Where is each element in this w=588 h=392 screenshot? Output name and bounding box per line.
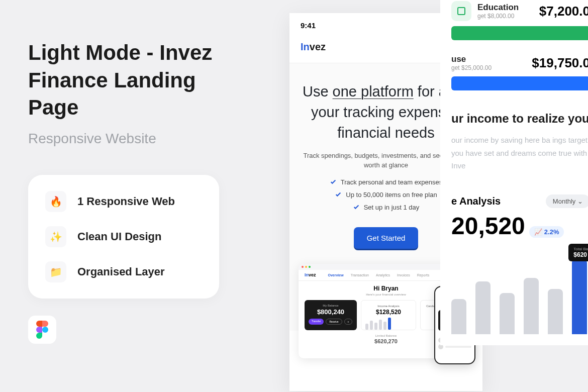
analysis-title: e Analysis	[451, 195, 501, 207]
sparkle-icon: ✨	[45, 226, 66, 247]
progress-bar	[451, 76, 588, 90]
analysis-total: 20,520	[451, 212, 525, 240]
trend-badge: 📈2.2%	[529, 226, 564, 238]
svg-rect-8	[458, 8, 465, 15]
figma-icon	[28, 316, 56, 344]
right-panel: Education get $8,000.00 $7,200.0 use get…	[440, 0, 588, 345]
chevron-down-icon: ⌄	[577, 198, 583, 205]
progress-bar	[451, 26, 588, 40]
features-card: 🔥 1 Responsive Web ✨ Clean UI Design 📁 O…	[28, 175, 219, 299]
analysis-section: e Analysis Monthly ⌄ 20,520 📈2.2% Total …	[451, 194, 588, 334]
feature-item: ✨ Clean UI Design	[45, 226, 202, 247]
feature-item: 🔥 1 Responsive Web	[45, 191, 202, 212]
feature-text: Organised Layer	[77, 265, 165, 278]
status-time: 9:41	[301, 21, 316, 30]
svg-point-0	[42, 327, 48, 333]
income-card: Income Analysis $128,520	[361, 300, 416, 330]
feature-text: 1 Responsive Web	[77, 195, 175, 208]
check-icon	[335, 191, 342, 198]
page-subtitle: Responsive Website	[28, 131, 219, 147]
balance-card: My Balance $800,240 TransferReceive+	[305, 300, 357, 330]
dashboard-tabs: Overview Transaction Analytics Invoices …	[328, 273, 430, 277]
logo[interactable]: Invez	[301, 41, 326, 53]
check-icon	[330, 178, 337, 185]
feature-text: Clean UI Design	[77, 230, 161, 243]
page-title: Light Mode - Invez Finance Landing Page	[28, 39, 219, 122]
check-icon	[353, 204, 360, 211]
folder-icon: 📁	[45, 261, 66, 282]
chart-tooltip: Total Bal $620	[568, 244, 588, 261]
education-icon	[451, 1, 471, 21]
goal-amount: $19,750.0	[532, 55, 588, 71]
goal-amount: $7,200.0	[539, 4, 588, 19]
feature-item: 📁 Organised Layer	[45, 261, 202, 282]
goal-education: Education get $8,000.00 $7,200.0	[451, 1, 588, 40]
savings-copy: ur income to realize you our income by s…	[451, 112, 588, 172]
fire-icon: 🔥	[45, 191, 66, 212]
analysis-chart: Total Bal $620	[451, 254, 588, 334]
period-selector[interactable]: Monthly ⌄	[546, 194, 588, 208]
get-started-button[interactable]: Get Started	[354, 227, 419, 249]
trend-up-icon: 📈	[534, 228, 542, 236]
goal-house: use get $25,000.00 $19,750.0	[451, 54, 588, 90]
